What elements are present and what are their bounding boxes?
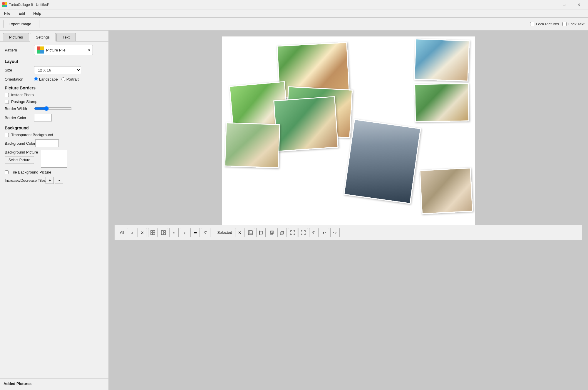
border-color-swatch[interactable] — [34, 114, 52, 121]
bg-color-swatch[interactable] — [35, 139, 59, 147]
bt-expand[interactable] — [288, 228, 297, 237]
canvas-area: All ○ ✕ ↔ ↕ ═ 0° Selected ✕ — [109, 31, 588, 390]
bg-picture-preview — [41, 150, 67, 168]
svg-rect-1 — [2, 2, 5, 5]
toolbar: Export Image... Lock Pictures Lock Text — [0, 18, 588, 31]
collage-canvas[interactable] — [222, 36, 475, 225]
tile-bg-label: Tile Background Picture — [11, 170, 51, 174]
tab-pictures[interactable]: Pictures — [3, 33, 29, 41]
pattern-dropdown[interactable]: Picture Pile ▾ — [34, 45, 93, 55]
bt-layer-forward[interactable] — [267, 228, 276, 237]
tab-text[interactable]: Text — [56, 33, 76, 41]
svg-rect-16 — [248, 231, 252, 235]
menu-file[interactable]: File — [2, 11, 12, 16]
photo-9[interactable] — [419, 168, 473, 214]
close-button[interactable]: ✕ — [572, 1, 586, 9]
svg-point-18 — [249, 231, 250, 232]
postage-stamp-label: Postage Stamp — [11, 99, 37, 104]
border-color-row: Border Color — [5, 114, 104, 121]
title-bar-left: TurboCollage 6 - Untitled* — [2, 2, 49, 7]
svg-rect-25 — [280, 232, 283, 235]
bt-layer-back[interactable] — [277, 228, 287, 237]
orientation-row: Orientation Landscape Portrait — [5, 77, 104, 81]
lock-text-checkbox[interactable] — [562, 22, 567, 26]
size-label: Size — [5, 68, 34, 72]
bt-redo[interactable]: ↪ — [330, 228, 340, 237]
svg-rect-6 — [40, 46, 44, 50]
export-image-button[interactable]: Export Image... — [4, 20, 39, 28]
app-icon — [2, 2, 7, 7]
tab-settings[interactable]: Settings — [30, 33, 56, 41]
bt-crop[interactable] — [256, 228, 266, 237]
transparent-bg-checkbox[interactable] — [5, 133, 9, 137]
bt-delete[interactable]: ✕ — [138, 228, 147, 237]
size-select[interactable]: 12 X 16 4 X 6 5 X 7 8 X 10 — [34, 66, 81, 74]
bg-picture-controls: Background Picture Select Picture — [5, 150, 38, 164]
decrease-tiles-button[interactable]: - — [55, 177, 63, 184]
svg-rect-4 — [5, 5, 7, 7]
inc-dec-controls: + - — [46, 177, 63, 184]
bt-fit-v[interactable]: ↕ — [180, 228, 189, 237]
tab-bar: Pictures Settings Text — [0, 31, 108, 41]
postage-stamp-checkbox[interactable] — [5, 100, 9, 104]
content-area: Pictures Settings Text Pattern — [0, 31, 588, 390]
svg-rect-11 — [151, 233, 153, 235]
bt-selected-delete[interactable]: ✕ — [235, 228, 244, 237]
added-pictures-section: Added Pictures — [0, 378, 108, 390]
photo-3[interactable] — [414, 83, 469, 122]
lock-pictures-checkbox[interactable] — [530, 22, 534, 26]
instant-photo-checkbox[interactable] — [5, 93, 9, 97]
bt-rotate-sel[interactable]: 0° — [309, 228, 319, 237]
photo-8[interactable] — [224, 122, 280, 168]
instant-photo-label: Instant Photo — [11, 93, 34, 97]
all-label: All — [118, 230, 126, 235]
lock-pictures-group: Lock Pictures — [530, 22, 559, 26]
bt-fit-h[interactable]: ↔ — [169, 228, 179, 237]
border-width-slider[interactable] — [34, 106, 72, 111]
bt-shrink[interactable] — [299, 228, 308, 237]
dropdown-arrow-icon: ▾ — [88, 48, 90, 52]
orientation-radio-group: Landscape Portrait — [34, 77, 79, 81]
lock-text-group: Lock Text — [562, 22, 584, 26]
bg-color-row: Background Color — [5, 139, 104, 147]
title-bar: TurboCollage 6 - Untitled* ─ □ ✕ — [0, 0, 588, 9]
minimize-button[interactable]: ─ — [543, 1, 556, 9]
bt-circle-select[interactable]: ○ — [127, 228, 136, 237]
bt-grid-split[interactable] — [159, 228, 168, 237]
portrait-radio[interactable] — [61, 77, 65, 81]
bt-rotate0[interactable]: 0° — [201, 228, 210, 237]
select-picture-button[interactable]: Select Picture — [5, 156, 34, 164]
svg-rect-14 — [164, 231, 165, 232]
menu-help[interactable]: Help — [31, 11, 43, 16]
landscape-radio[interactable] — [34, 77, 38, 81]
menu-edit[interactable]: Edit — [17, 11, 27, 16]
border-width-row: Border Width — [5, 106, 104, 111]
photo-7[interactable] — [344, 119, 421, 204]
layout-title: Layout — [5, 59, 104, 64]
tile-bg-checkbox[interactable] — [5, 170, 9, 174]
svg-rect-13 — [161, 231, 163, 235]
bg-picture-label: Background Picture — [5, 150, 38, 154]
border-width-label: Border Width — [5, 106, 34, 111]
bt-edit-photo[interactable] — [246, 228, 255, 237]
lock-text-label: Lock Text — [568, 22, 584, 26]
bg-picture-row: Background Picture Select Picture — [5, 150, 104, 168]
transparent-bg-label: Transparent Background — [11, 133, 53, 137]
increase-tiles-button[interactable]: + — [46, 177, 54, 184]
inc-dec-label: Increase/Decrease Tiles — [5, 178, 46, 183]
left-panel: Pictures Settings Text Pattern — [0, 31, 109, 390]
photo-6[interactable] — [273, 96, 339, 152]
svg-rect-19 — [259, 231, 262, 234]
photo-2[interactable] — [414, 39, 470, 81]
bt-undo[interactable]: ↩ — [320, 228, 329, 237]
maximize-button[interactable]: □ — [557, 1, 571, 9]
background-title: Background — [5, 126, 104, 130]
svg-rect-12 — [153, 233, 155, 235]
portrait-label: Portrait — [66, 77, 79, 81]
tile-bg-row: Tile Background Picture — [5, 170, 104, 174]
bt-grid4[interactable] — [148, 228, 158, 237]
svg-rect-9 — [151, 231, 153, 232]
pattern-icon — [37, 46, 44, 54]
bg-color-label: Background Color — [5, 141, 35, 146]
bt-align[interactable]: ═ — [190, 228, 200, 237]
